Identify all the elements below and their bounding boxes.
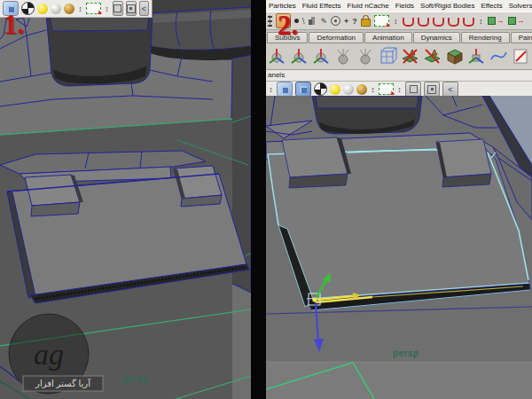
- spray-emit-icon[interactable]: [356, 46, 376, 66]
- menu-fluid-ncache[interactable]: Fluid nCache: [348, 2, 389, 10]
- left-viewport-canvas[interactable]: ag آریا گستر افزار: [0, 0, 251, 399]
- rigid-body-cube-icon[interactable]: [444, 46, 465, 66]
- cube-glyph: [300, 86, 307, 93]
- node-glyph: [508, 17, 516, 25]
- wireframe-cube-button[interactable]: [405, 82, 421, 97]
- line-tool-icon[interactable]: \: [302, 17, 305, 26]
- pane-arrows-icon[interactable]: ↕: [104, 4, 110, 13]
- shelf-tab-animation[interactable]: Animation: [364, 32, 412, 43]
- menu-particles[interactable]: Particles: [269, 2, 296, 10]
- manipulator-center-dot[interactable]: [312, 297, 317, 301]
- cube-glyph: [281, 86, 288, 93]
- frame-glyph: [127, 4, 136, 13]
- pane-arrows-icon[interactable]: ↕: [77, 4, 83, 13]
- light-icon[interactable]: [330, 84, 340, 95]
- menu-soft-rigid-bodies[interactable]: Soft/Rigid Bodies: [420, 2, 474, 10]
- frame-selected-button[interactable]: [424, 82, 440, 97]
- share-view-button[interactable]: <: [139, 1, 150, 16]
- paint-effects-icon[interactable]: [511, 46, 531, 66]
- cube-outline-glyph: [410, 85, 418, 93]
- default-material-icon[interactable]: [343, 84, 354, 95]
- pane-arrows-icon[interactable]: ↕: [370, 85, 376, 94]
- step-2-marker: 2.: [278, 12, 298, 39]
- emitter-icon[interactable]: [311, 46, 332, 66]
- pane-arrows-icon[interactable]: ↕: [393, 17, 399, 26]
- menu-fields[interactable]: Fields: [395, 2, 414, 10]
- viewport-menu-partial[interactable]: anels: [266, 70, 532, 82]
- menu-effects[interactable]: Effects: [481, 2, 502, 10]
- snap-curve-magnet-icon[interactable]: [418, 18, 429, 27]
- frame-selected-button[interactable]: [126, 1, 137, 16]
- spray-emit-icon[interactable]: [333, 46, 354, 66]
- gold-material-icon[interactable]: [356, 84, 367, 95]
- menu-solvers[interactable]: Solvers: [509, 2, 532, 10]
- effector-icon[interactable]: [466, 46, 487, 66]
- snap-point-magnet-icon[interactable]: [433, 18, 444, 27]
- shelf-tab-deformation[interactable]: Deformation: [309, 32, 364, 43]
- menu-fluid-effects[interactable]: Fluid Effects: [302, 2, 341, 10]
- ground-plane: [266, 362, 532, 399]
- pane-arrows-icon[interactable]: ↕: [396, 85, 403, 94]
- shaded-textured-cube-button[interactable]: [295, 82, 311, 97]
- circle-dot-icon[interactable]: [331, 16, 340, 26]
- panel-divider: [251, 0, 266, 399]
- gold-material-icon[interactable]: [64, 4, 74, 14]
- lock-icon[interactable]: [361, 19, 371, 27]
- node-glyph: [488, 17, 496, 25]
- textured-sphere-icon[interactable]: [314, 82, 327, 96]
- select-box-icon[interactable]: ➤: [374, 15, 389, 27]
- status-line: \ ✎ + ? ➤ ↕ ↕ → →: [266, 12, 532, 30]
- shelf-tab-bar: Subdivs Deformation Animation Dynamics R…: [266, 30, 532, 43]
- shelf-icon-row: [266, 43, 532, 70]
- right-maya-window: Particles Fluid Effects Fluid nCache Fie…: [266, 0, 532, 399]
- isolate-select-icon[interactable]: ➤: [379, 83, 394, 95]
- emitter-icon[interactable]: [289, 46, 309, 66]
- arrow-glyph: →: [517, 17, 525, 25]
- light-icon[interactable]: [37, 4, 48, 14]
- watermark-caption: آریا گستر افزار: [35, 378, 91, 388]
- cube-outline-glyph: [113, 4, 121, 12]
- main-menu-bar: Particles Fluid Effects Fluid nCache Fie…: [266, 0, 532, 12]
- collision-off-icon[interactable]: [422, 46, 442, 66]
- pencil-icon[interactable]: ✎: [321, 17, 328, 26]
- isolate-select-icon[interactable]: ➤: [86, 3, 101, 14]
- soft-body-cube-icon[interactable]: [378, 46, 398, 66]
- wireframe-cube-button[interactable]: [113, 1, 123, 16]
- share-glyph: <: [142, 4, 146, 13]
- arrow-glyph: →: [497, 17, 505, 25]
- landmark-icon[interactable]: [309, 17, 317, 25]
- input-connection-icon[interactable]: →: [488, 17, 505, 25]
- frame-glyph: [427, 85, 436, 94]
- output-connection-icon[interactable]: →: [508, 17, 525, 25]
- step-1-marker: 1.: [4, 11, 24, 38]
- emitter-icon[interactable]: [267, 46, 287, 66]
- snap-surface-magnet-icon[interactable]: [463, 18, 474, 27]
- default-material-icon[interactable]: [51, 4, 61, 14]
- fender-plate-selected: [268, 137, 530, 310]
- shelf-tab-rendering[interactable]: Rendering: [461, 32, 510, 43]
- curve-flow-icon[interactable]: [489, 46, 509, 66]
- cursor-glyph: ➤: [96, 9, 104, 18]
- watermark-monogram: ag: [34, 338, 64, 371]
- share-view-button[interactable]: <: [442, 82, 458, 97]
- pane-arrows-icon[interactable]: ↕: [268, 85, 274, 94]
- shaded-cube-button[interactable]: [277, 82, 293, 97]
- plus-icon[interactable]: +: [344, 17, 348, 26]
- right-camera-label: persp: [393, 348, 419, 358]
- pane-arrows-icon[interactable]: ↕: [478, 17, 484, 26]
- share-glyph: <: [448, 85, 452, 94]
- cursor-glyph: ➤: [384, 21, 392, 30]
- question-mark-icon[interactable]: ?: [352, 17, 357, 26]
- maya-tutorial-composite: ag آریا گستر افزار ↕ ➤ ↕ < 1. persp Part…: [0, 0, 532, 399]
- collision-on-icon[interactable]: [400, 46, 420, 66]
- snap-view-magnet-icon[interactable]: [448, 18, 459, 27]
- left-viewport-panel: ag آریا گستر افزار ↕ ➤ ↕ < 1. persp: [0, 0, 251, 399]
- shelf-tab-dynamics[interactable]: Dynamics: [413, 32, 460, 43]
- left-camera-label: persp: [122, 374, 148, 384]
- slider-handle-icon[interactable]: [268, 15, 272, 27]
- snap-grid-magnet-icon[interactable]: [403, 18, 414, 27]
- shelf-tab-painteffects[interactable]: PaintEffects: [511, 32, 532, 43]
